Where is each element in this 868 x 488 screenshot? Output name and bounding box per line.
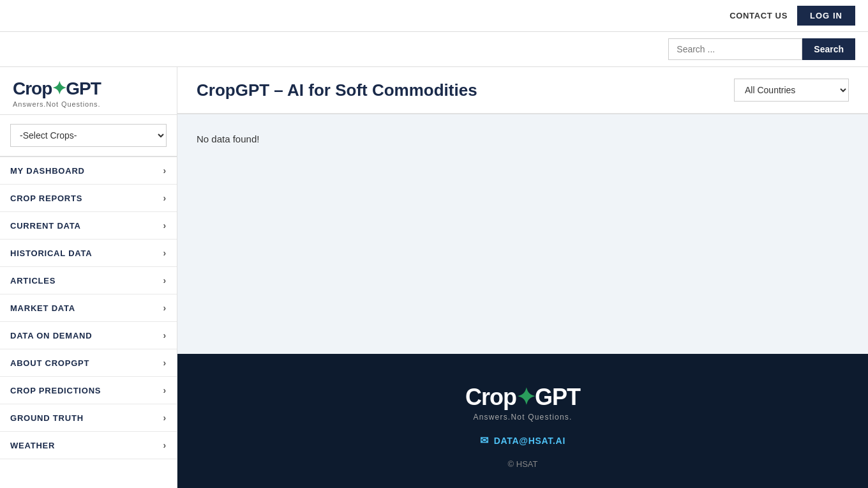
content-area: No data found! (177, 114, 868, 354)
sidebar-label-market-data: MARKET DATA (10, 303, 75, 313)
crop-select-wrapper: -Select Crops- Corn Wheat Soy Rice Cotto… (0, 115, 177, 157)
logo: Crop✦GPT (13, 80, 164, 98)
sidebar-item-crop-predictions[interactable]: CROP PREDICTIONS › (0, 377, 177, 404)
contact-us-link[interactable]: CONTACT US (730, 11, 788, 20)
footer-copyright: © HSAT (190, 459, 855, 469)
crop-select[interactable]: -Select Crops- Corn Wheat Soy Rice Cotto… (10, 124, 167, 147)
mail-icon: ✉ (480, 434, 489, 446)
footer-email-address: DATA@HSAT.AI (494, 436, 565, 446)
main-content: CropGPT – AI for Soft Commodities All Co… (177, 67, 868, 488)
sidebar-label-articles: ARTICLES (10, 276, 56, 286)
search-bar-row: Search (0, 32, 868, 67)
sidebar-label-crop-predictions: CROP PREDICTIONS (10, 386, 101, 395)
chevron-down-icon: › (163, 385, 167, 395)
sidebar-item-articles[interactable]: ARTICLES › (0, 267, 177, 294)
sidebar-label-crop-reports: CROP REPORTS (10, 194, 82, 203)
sidebar-item-current-data[interactable]: CURRENT DATA › (0, 212, 177, 240)
footer-logo: Crop✦GPT (190, 386, 855, 409)
page-title: CropGPT – AI for Soft Commodities (197, 80, 477, 100)
sidebar-item-my-dashboard[interactable]: MY DASHBOARD › (0, 157, 177, 185)
logo-tagline: Answers.Not Questions. (13, 100, 164, 108)
chevron-down-icon: › (163, 303, 167, 313)
footer-leaf-icon: ✦ (516, 384, 535, 410)
chevron-down-icon: › (163, 413, 167, 423)
sidebar-item-about-cropgpt[interactable]: ABOUT CROPGPT › (0, 349, 177, 377)
chevron-down-icon: › (163, 440, 167, 450)
sidebar-item-ground-truth[interactable]: GROUND TRUTH › (0, 404, 177, 432)
page-header: CropGPT – AI for Soft Commodities All Co… (177, 67, 868, 114)
layout: Crop✦GPT Answers.Not Questions. -Select … (0, 67, 868, 488)
sidebar-label-data-on-demand: DATA ON DEMAND (10, 331, 92, 340)
chevron-down-icon: › (163, 248, 167, 258)
sidebar-item-market-data[interactable]: MARKET DATA › (0, 294, 177, 322)
footer-email: ✉ DATA@HSAT.AI (190, 434, 855, 446)
top-header: CONTACT US LOG IN (0, 0, 868, 32)
logo-area: Crop✦GPT Answers.Not Questions. (0, 67, 177, 115)
chevron-down-icon: › (163, 275, 167, 286)
country-select[interactable]: All Countries United States Brazil Argen… (734, 79, 849, 102)
search-input[interactable] (668, 38, 802, 60)
logo-leaf: ✦ (52, 79, 66, 98)
sidebar-label-weather: WEATHER (10, 441, 55, 450)
search-button[interactable]: Search (802, 38, 855, 60)
chevron-down-icon: › (163, 193, 167, 203)
chevron-down-icon: › (163, 165, 167, 176)
sidebar-label-about-cropgpt: ABOUT CROPGPT (10, 358, 89, 368)
sidebar-item-weather[interactable]: WEATHER › (0, 432, 177, 459)
sidebar-item-historical-data[interactable]: HISTORICAL DATA › (0, 240, 177, 267)
chevron-down-icon: › (163, 358, 167, 368)
chevron-down-icon: › (163, 220, 167, 231)
no-data-message: No data found! (197, 133, 849, 144)
login-button[interactable]: LOG IN (797, 6, 855, 26)
footer: Crop✦GPT Answers.Not Questions. ✉ DATA@H… (177, 354, 868, 488)
sidebar: Crop✦GPT Answers.Not Questions. -Select … (0, 67, 177, 488)
sidebar-item-crop-reports[interactable]: CROP REPORTS › (0, 185, 177, 212)
sidebar-label-historical-data: HISTORICAL DATA (10, 248, 92, 258)
chevron-down-icon: › (163, 330, 167, 340)
sidebar-label-current-data: CURRENT DATA (10, 221, 81, 231)
sidebar-label-my-dashboard: MY DASHBOARD (10, 166, 85, 176)
footer-tagline: Answers.Not Questions. (190, 413, 855, 422)
sidebar-label-ground-truth: GROUND TRUTH (10, 413, 84, 423)
sidebar-item-data-on-demand[interactable]: DATA ON DEMAND › (0, 322, 177, 349)
nav-items: MY DASHBOARD › CROP REPORTS › CURRENT DA… (0, 157, 177, 459)
